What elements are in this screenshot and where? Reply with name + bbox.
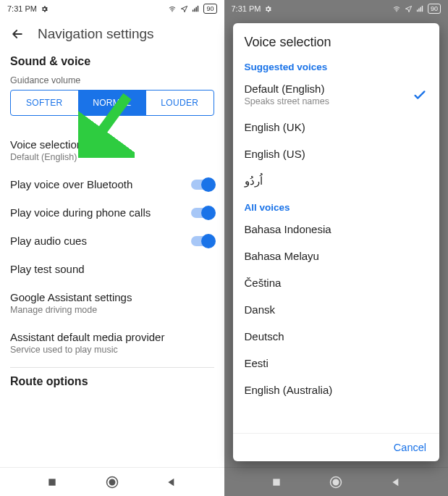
- voice-selection-dialog: Voice selection Suggested voices Default…: [233, 23, 440, 461]
- signal-icon: [415, 5, 425, 13]
- section-sound-voice: Sound & voice: [10, 55, 214, 68]
- battery-indicator: 90: [428, 4, 441, 14]
- voice-option[interactable]: Dansk: [233, 296, 440, 323]
- voice-list[interactable]: Suggested voices Default (English) Speak…: [233, 54, 440, 433]
- voice-option[interactable]: Bahasa Indonesia: [233, 216, 440, 243]
- guidance-volume-label: Guidance volume: [10, 75, 214, 85]
- all-voices-header: All voices: [233, 195, 440, 216]
- gear-icon: [41, 5, 48, 13]
- scroll-fade: [233, 413, 440, 433]
- svg-point-0: [172, 11, 173, 12]
- audio-cues-row[interactable]: Play audio cues: [10, 227, 214, 255]
- audio-cues-switch[interactable]: [191, 236, 214, 246]
- svg-rect-2: [195, 8, 195, 12]
- volume-softer-button[interactable]: SOFTER: [11, 91, 78, 115]
- nav-bar: [0, 467, 224, 496]
- cancel-button[interactable]: Cancel: [394, 442, 426, 453]
- nav-recent-icon[interactable]: [46, 476, 58, 488]
- voice-option[interactable]: Eesti: [233, 350, 440, 377]
- bluetooth-switch[interactable]: [191, 180, 214, 190]
- status-bar: 7:31 PM 90: [0, 0, 224, 17]
- media-provider-subtitle: Service used to play music: [10, 345, 164, 355]
- svg-rect-13: [422, 5, 423, 11]
- nav-back-icon[interactable]: [166, 476, 177, 488]
- nav-back-icon[interactable]: [390, 476, 402, 488]
- svg-rect-6: [49, 479, 56, 485]
- during-calls-switch[interactable]: [191, 208, 214, 218]
- section-route-options: Route options: [10, 375, 214, 388]
- svg-rect-10: [417, 9, 418, 12]
- voice-option[interactable]: Bahasa Melayu: [233, 243, 440, 269]
- test-sound-title: Play test sound: [10, 263, 85, 275]
- voice-selection-title: Voice selection: [10, 138, 83, 151]
- gear-icon: [264, 5, 272, 13]
- status-bar: 7:31 PM 90: [224, 0, 449, 17]
- signal-icon: [191, 5, 200, 13]
- svg-rect-14: [273, 479, 279, 485]
- bluetooth-row[interactable]: Play voice over Bluetooth: [10, 170, 214, 198]
- divider: [10, 367, 214, 368]
- svg-point-9: [396, 11, 397, 12]
- nav-home-icon[interactable]: [329, 475, 343, 489]
- location-icon: [180, 5, 188, 13]
- svg-rect-4: [198, 5, 198, 11]
- audio-cues-title: Play audio cues: [10, 235, 87, 247]
- svg-point-8: [109, 479, 115, 485]
- volume-normal-button[interactable]: NORMAL: [78, 91, 146, 115]
- during-calls-title: Play voice during phone calls: [10, 206, 151, 219]
- voice-option-default[interactable]: Default (English) Speaks street names: [233, 75, 440, 114]
- voice-option[interactable]: Deutsch: [233, 323, 440, 350]
- during-calls-row[interactable]: Play voice during phone calls: [10, 198, 214, 227]
- assistant-subtitle: Manage driving mode: [10, 305, 132, 315]
- volume-louder-button[interactable]: LOUDER: [145, 91, 214, 115]
- guidance-volume-selector: SOFTER NORMAL LOUDER: [10, 90, 214, 116]
- voice-option-en-us[interactable]: English (US): [233, 140, 440, 167]
- svg-rect-12: [420, 7, 420, 11]
- voice-option-urdu[interactable]: اُردُو: [233, 167, 440, 195]
- page-title: Navigation settings: [38, 26, 154, 42]
- voice-option[interactable]: Čeština: [233, 269, 440, 296]
- svg-rect-11: [418, 8, 419, 12]
- svg-rect-1: [193, 9, 193, 12]
- voice-selection-subtitle: Default (English): [10, 152, 83, 162]
- bluetooth-title: Play voice over Bluetooth: [10, 178, 132, 190]
- back-icon[interactable]: [10, 27, 25, 41]
- location-icon: [405, 5, 413, 13]
- voice-selection-row[interactable]: Voice selection Default (English): [10, 130, 214, 170]
- settings-content: Sound & voice Guidance volume SOFTER NOR…: [0, 49, 224, 467]
- check-icon: [412, 87, 428, 103]
- battery-indicator: 90: [203, 4, 216, 14]
- assistant-title: Google Assistant settings: [10, 291, 132, 303]
- media-provider-row[interactable]: Assistant default media provider Service…: [10, 323, 214, 363]
- assistant-settings-row[interactable]: Google Assistant settings Manage driving…: [10, 283, 214, 323]
- voice-option[interactable]: English (Australia): [233, 377, 440, 403]
- nav-home-icon[interactable]: [105, 475, 119, 489]
- dialog-title: Voice selection: [245, 35, 428, 50]
- phone-right: 7:31 PM 90 Voice selection Suggested voi…: [224, 0, 449, 496]
- suggested-voices-header: Suggested voices: [233, 54, 440, 75]
- svg-rect-3: [196, 7, 197, 11]
- svg-point-16: [334, 479, 339, 485]
- media-provider-title: Assistant default media provider: [10, 331, 164, 343]
- test-sound-row[interactable]: Play test sound: [10, 255, 214, 283]
- status-time: 7:31 PM: [232, 4, 261, 13]
- voice-option-en-uk[interactable]: English (UK): [233, 114, 440, 140]
- wifi-icon: [167, 5, 177, 13]
- wifi-icon: [392, 5, 402, 13]
- phone-left: 7:31 PM 90 Navigation settings Sound & v…: [0, 0, 224, 496]
- app-header: Navigation settings: [0, 17, 224, 49]
- nav-recent-icon[interactable]: [271, 476, 282, 488]
- status-time: 7:31 PM: [7, 4, 37, 13]
- nav-bar: [224, 467, 449, 496]
